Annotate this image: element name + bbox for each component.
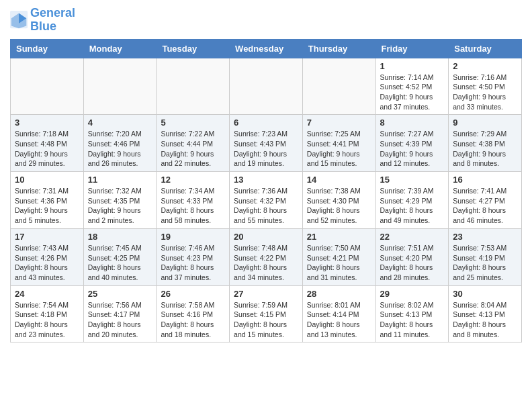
weekday-header-row: SundayMondayTuesdayWednesdayThursdayFrid… [11,39,522,58]
calendar-cell [83,58,157,115]
calendar-cell: 2Sunrise: 7:16 AM Sunset: 4:50 PM Daylig… [449,58,522,115]
day-info: Sunrise: 7:59 AM Sunset: 4:15 PM Dayligh… [234,300,298,340]
day-info: Sunrise: 7:18 AM Sunset: 4:48 PM Dayligh… [15,129,79,169]
calendar-cell: 20Sunrise: 7:48 AM Sunset: 4:22 PM Dayli… [230,228,303,285]
day-number: 29 [380,289,445,299]
calendar-cell: 16Sunrise: 7:41 AM Sunset: 4:27 PM Dayli… [449,172,522,229]
day-number: 9 [453,118,517,128]
calendar-cell: 24Sunrise: 7:54 AM Sunset: 4:18 PM Dayli… [11,285,84,342]
day-number: 11 [88,175,152,185]
day-number: 27 [234,289,298,299]
calendar-cell: 23Sunrise: 7:53 AM Sunset: 4:19 PM Dayli… [449,228,522,285]
day-number: 21 [307,232,371,242]
logo: General Blue [10,7,75,34]
day-info: Sunrise: 7:50 AM Sunset: 4:21 PM Dayligh… [307,243,371,283]
day-number: 10 [15,175,79,185]
calendar-cell: 7Sunrise: 7:25 AM Sunset: 4:41 PM Daylig… [302,115,375,172]
day-number: 14 [307,175,371,185]
day-number: 1 [380,61,445,71]
day-number: 2 [453,61,517,71]
calendar-cell: 15Sunrise: 7:39 AM Sunset: 4:29 PM Dayli… [375,172,449,229]
day-number: 30 [453,289,517,299]
day-info: Sunrise: 7:41 AM Sunset: 4:27 PM Dayligh… [453,186,517,226]
day-info: Sunrise: 7:22 AM Sunset: 4:44 PM Dayligh… [161,129,225,169]
day-info: Sunrise: 7:46 AM Sunset: 4:23 PM Dayligh… [161,243,225,283]
day-number: 23 [453,232,517,242]
day-number: 6 [234,118,298,128]
day-number: 26 [161,289,225,299]
day-number: 20 [234,232,298,242]
calendar-cell: 29Sunrise: 8:02 AM Sunset: 4:13 PM Dayli… [375,285,449,342]
day-info: Sunrise: 7:45 AM Sunset: 4:25 PM Dayligh… [88,243,152,283]
day-info: Sunrise: 7:29 AM Sunset: 4:38 PM Dayligh… [453,129,517,169]
calendar-week-row: 10Sunrise: 7:31 AM Sunset: 4:36 PM Dayli… [11,172,522,229]
calendar-cell: 27Sunrise: 7:59 AM Sunset: 4:15 PM Dayli… [230,285,303,342]
calendar-cell: 8Sunrise: 7:27 AM Sunset: 4:39 PM Daylig… [375,115,449,172]
calendar-cell: 17Sunrise: 7:43 AM Sunset: 4:26 PM Dayli… [11,228,84,285]
calendar-cell: 25Sunrise: 7:56 AM Sunset: 4:17 PM Dayli… [83,285,157,342]
page-container: General Blue SundayMondayTuesdayWednesda… [0,0,532,349]
calendar-cell: 30Sunrise: 8:04 AM Sunset: 4:13 PM Dayli… [449,285,522,342]
day-info: Sunrise: 7:51 AM Sunset: 4:20 PM Dayligh… [380,243,445,283]
weekday-header: Thursday [302,39,375,58]
logo-text: General Blue [30,7,75,34]
weekday-header: Sunday [11,39,84,58]
day-number: 8 [380,118,445,128]
day-number: 18 [88,232,152,242]
calendar-cell: 28Sunrise: 8:01 AM Sunset: 4:14 PM Dayli… [302,285,375,342]
calendar-cell [230,58,303,115]
day-number: 12 [161,175,225,185]
calendar-cell: 18Sunrise: 7:45 AM Sunset: 4:25 PM Dayli… [83,228,157,285]
calendar-week-row: 1Sunrise: 7:14 AM Sunset: 4:52 PM Daylig… [11,58,522,115]
calendar-cell: 26Sunrise: 7:58 AM Sunset: 4:16 PM Dayli… [157,285,230,342]
day-number: 7 [307,118,371,128]
day-info: Sunrise: 7:58 AM Sunset: 4:16 PM Dayligh… [161,300,225,340]
day-info: Sunrise: 8:01 AM Sunset: 4:14 PM Dayligh… [307,300,371,340]
calendar-cell: 1Sunrise: 7:14 AM Sunset: 4:52 PM Daylig… [375,58,449,115]
weekday-header: Saturday [449,39,522,58]
calendar-cell: 3Sunrise: 7:18 AM Sunset: 4:48 PM Daylig… [11,115,84,172]
day-info: Sunrise: 7:20 AM Sunset: 4:46 PM Dayligh… [88,129,152,169]
day-info: Sunrise: 7:34 AM Sunset: 4:33 PM Dayligh… [161,186,225,226]
day-info: Sunrise: 7:27 AM Sunset: 4:39 PM Dayligh… [380,129,445,169]
day-info: Sunrise: 7:16 AM Sunset: 4:50 PM Dayligh… [453,73,517,112]
day-info: Sunrise: 8:02 AM Sunset: 4:13 PM Dayligh… [380,300,445,340]
day-number: 16 [453,175,517,185]
day-number: 19 [161,232,225,242]
day-info: Sunrise: 7:14 AM Sunset: 4:52 PM Dayligh… [380,73,445,112]
calendar-cell: 4Sunrise: 7:20 AM Sunset: 4:46 PM Daylig… [83,115,157,172]
calendar-cell: 9Sunrise: 7:29 AM Sunset: 4:38 PM Daylig… [449,115,522,172]
day-number: 22 [380,232,445,242]
day-info: Sunrise: 7:23 AM Sunset: 4:43 PM Dayligh… [234,129,298,169]
calendar-week-row: 24Sunrise: 7:54 AM Sunset: 4:18 PM Dayli… [11,285,522,342]
calendar-cell: 6Sunrise: 7:23 AM Sunset: 4:43 PM Daylig… [230,115,303,172]
day-number: 25 [88,289,152,299]
day-number: 28 [307,289,371,299]
day-info: Sunrise: 7:48 AM Sunset: 4:22 PM Dayligh… [234,243,298,283]
day-info: Sunrise: 7:53 AM Sunset: 4:19 PM Dayligh… [453,243,517,283]
day-info: Sunrise: 7:31 AM Sunset: 4:36 PM Dayligh… [15,186,79,226]
calendar-cell: 19Sunrise: 7:46 AM Sunset: 4:23 PM Dayli… [157,228,230,285]
calendar-table: SundayMondayTuesdayWednesdayThursdayFrid… [10,39,522,343]
calendar-cell: 13Sunrise: 7:36 AM Sunset: 4:32 PM Dayli… [230,172,303,229]
calendar-cell: 21Sunrise: 7:50 AM Sunset: 4:21 PM Dayli… [302,228,375,285]
day-info: Sunrise: 7:32 AM Sunset: 4:35 PM Dayligh… [88,186,152,226]
day-number: 3 [15,118,79,128]
day-number: 24 [15,289,79,299]
day-info: Sunrise: 8:04 AM Sunset: 4:13 PM Dayligh… [453,300,517,340]
weekday-header: Monday [83,39,157,58]
calendar-cell: 5Sunrise: 7:22 AM Sunset: 4:44 PM Daylig… [157,115,230,172]
calendar-cell: 12Sunrise: 7:34 AM Sunset: 4:33 PM Dayli… [157,172,230,229]
day-info: Sunrise: 7:43 AM Sunset: 4:26 PM Dayligh… [15,243,79,283]
day-info: Sunrise: 7:54 AM Sunset: 4:18 PM Dayligh… [15,300,79,340]
day-number: 5 [161,118,225,128]
calendar-week-row: 17Sunrise: 7:43 AM Sunset: 4:26 PM Dayli… [11,228,522,285]
day-number: 13 [234,175,298,185]
weekday-header: Tuesday [157,39,230,58]
day-info: Sunrise: 7:38 AM Sunset: 4:30 PM Dayligh… [307,186,371,226]
day-number: 4 [88,118,152,128]
logo-icon [10,11,29,30]
calendar-cell [11,58,84,115]
day-info: Sunrise: 7:36 AM Sunset: 4:32 PM Dayligh… [234,186,298,226]
calendar-cell: 10Sunrise: 7:31 AM Sunset: 4:36 PM Dayli… [11,172,84,229]
